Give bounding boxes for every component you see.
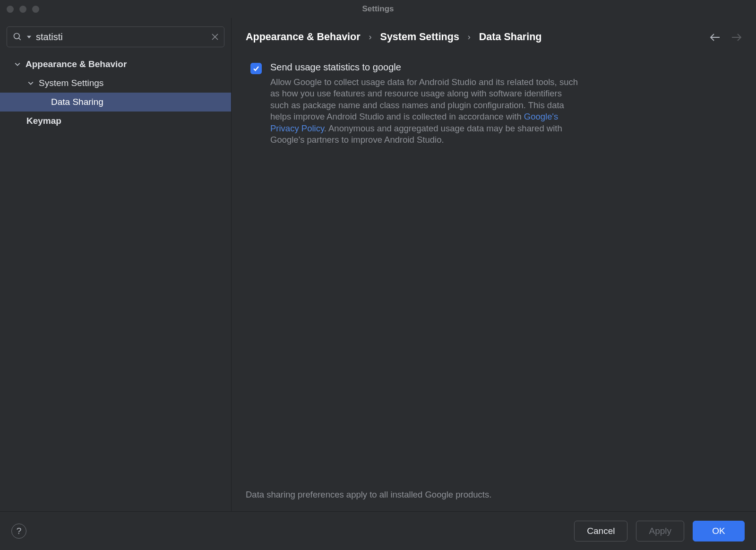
tree-item-system-settings[interactable]: System Settings — [0, 74, 231, 93]
tree-label: Keymap — [26, 116, 61, 126]
search-icon — [13, 32, 22, 42]
breadcrumb-separator: › — [468, 32, 471, 42]
tree-label: Appearance & Behavior — [26, 59, 127, 69]
bottombar: ? Cancel Apply OK — [0, 511, 756, 550]
titlebar: Settings — [0, 0, 756, 18]
minimize-window-button[interactable] — [19, 6, 26, 13]
search-dropdown-icon[interactable] — [27, 35, 31, 39]
apply-button: Apply — [636, 521, 684, 541]
chevron-down-icon — [26, 80, 35, 86]
footer-note: Data sharing preferences apply to all in… — [232, 490, 756, 511]
breadcrumb-separator: › — [369, 32, 372, 42]
tree-item-appearance-behavior[interactable]: Appearance & Behavior — [0, 55, 231, 74]
action-buttons: Cancel Apply OK — [574, 521, 745, 541]
back-arrow-icon[interactable] — [710, 33, 720, 42]
svg-point-0 — [14, 34, 20, 39]
search-box[interactable] — [7, 26, 224, 47]
clear-search-icon[interactable] — [212, 34, 218, 40]
cancel-button[interactable]: Cancel — [574, 521, 627, 541]
help-icon: ? — [17, 526, 22, 536]
button-label: Cancel — [587, 526, 615, 536]
body: Appearance & Behavior System Settings Da… — [0, 18, 756, 511]
help-button[interactable]: ? — [11, 524, 26, 539]
window-controls — [7, 6, 39, 13]
maximize-window-button[interactable] — [32, 6, 39, 13]
breadcrumb: Appearance & Behavior › System Settings … — [246, 31, 541, 43]
content-header: Appearance & Behavior › System Settings … — [232, 18, 756, 48]
tree-label: System Settings — [39, 78, 103, 88]
ok-button[interactable]: OK — [693, 521, 745, 541]
breadcrumb-item: Data Sharing — [479, 31, 542, 43]
svg-line-1 — [19, 38, 21, 40]
button-label: Apply — [649, 526, 671, 536]
chevron-down-icon — [13, 61, 22, 67]
window-title: Settings — [362, 4, 394, 14]
tree-label: Data Sharing — [51, 97, 103, 107]
tree-item-keymap[interactable]: Keymap — [0, 112, 231, 130]
close-window-button[interactable] — [7, 6, 14, 13]
nav-arrows — [710, 33, 742, 42]
content-body: Send usage statistics to google Allow Go… — [232, 48, 756, 490]
forward-arrow-icon — [731, 33, 742, 42]
tree-item-data-sharing[interactable]: Data Sharing — [0, 93, 231, 112]
button-label: OK — [712, 526, 725, 536]
send-usage-statistics-option: Send usage statistics to google Allow Go… — [250, 62, 737, 146]
option-description: Allow Google to collect usage data for A… — [270, 77, 582, 146]
search-input[interactable] — [36, 32, 207, 43]
settings-tree: Appearance & Behavior System Settings Da… — [0, 53, 231, 511]
send-usage-statistics-checkbox[interactable] — [250, 63, 262, 74]
breadcrumb-item[interactable]: System Settings — [380, 31, 459, 43]
sidebar: Appearance & Behavior System Settings Da… — [0, 18, 232, 511]
settings-window: Settings — [0, 0, 756, 550]
option-title: Send usage statistics to google — [270, 62, 737, 73]
search-wrap — [0, 23, 231, 53]
breadcrumb-item[interactable]: Appearance & Behavior — [246, 31, 361, 43]
content-pane: Appearance & Behavior › System Settings … — [232, 18, 756, 511]
option-text: Send usage statistics to google Allow Go… — [270, 62, 737, 146]
